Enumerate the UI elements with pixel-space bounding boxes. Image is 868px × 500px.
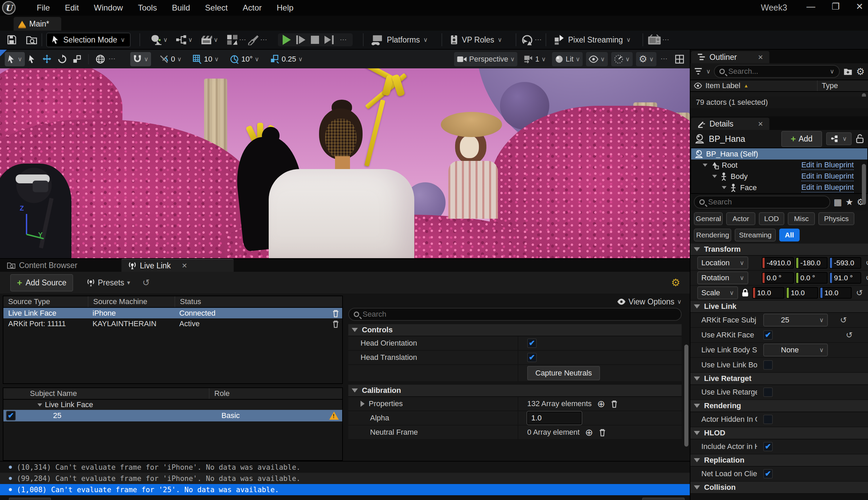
use-live-retarget-checkbox[interactable]: [763, 387, 773, 397]
viewport-dots[interactable]: ⋮: [663, 55, 666, 62]
paint-mode-button[interactable]: [247, 34, 260, 45]
clear-array-icon[interactable]: [598, 428, 606, 436]
source-row-live-link-face[interactable]: Live Link Face iPhone Connected: [3, 308, 342, 318]
quad-view-button[interactable]: [672, 52, 687, 66]
frame-skip-button[interactable]: [296, 35, 306, 44]
filter-icon[interactable]: [694, 68, 703, 75]
subject-group-row[interactable]: Live Link Face: [3, 400, 342, 410]
details-search-input[interactable]: [708, 197, 825, 206]
replication-section-header[interactable]: Replication: [690, 454, 868, 467]
edit-in-blueprint-link[interactable]: Edit in Blueprint: [801, 183, 854, 193]
capture-neutrals-button[interactable]: Capture Neutrals: [527, 366, 600, 380]
body-subj-dropdown[interactable]: None∨: [763, 343, 828, 356]
edit-in-blueprint-link[interactable]: Edit in Blueprint: [801, 161, 854, 170]
add-source-button[interactable]: + Add Source: [10, 274, 73, 292]
close-button[interactable]: ✕: [856, 1, 863, 12]
source-row-arkit-port[interactable]: ARKit Port: 11111 KAYLAINTHERAIN Active: [3, 318, 342, 329]
col-source-machine[interactable]: Source Machine: [88, 296, 174, 307]
chip-streaming[interactable]: Streaming: [735, 229, 776, 241]
col-type[interactable]: Type: [817, 80, 868, 91]
lit-mode-dropdown[interactable]: Lit ∨: [552, 52, 583, 66]
details-search[interactable]: [694, 196, 830, 208]
outliner-scrollbar[interactable]: [862, 93, 866, 96]
close-tab-icon[interactable]: ✕: [758, 120, 763, 128]
log-line[interactable]: (99,284) Can't evaluate frame for 'iPhon…: [0, 473, 690, 484]
save-button[interactable]: [6, 34, 17, 45]
show-flags-dropdown[interactable]: ∨: [586, 52, 607, 66]
add-actor-button[interactable]: ∨: [150, 34, 168, 46]
livelink-section-header[interactable]: Live Link: [690, 301, 868, 313]
chip-rendering[interactable]: Rendering: [694, 229, 731, 241]
col-source-type[interactable]: Source Type: [3, 296, 88, 307]
close-tab-icon[interactable]: ✕: [758, 54, 763, 61]
close-tab-icon[interactable]: ✕: [182, 262, 187, 270]
show-dropdown[interactable]: SHOW ∨: [9, 498, 51, 500]
blueprint-node-dropdown[interactable]: ∨: [826, 132, 852, 145]
collision-section-header[interactable]: Collision: [690, 482, 868, 494]
hlod-section-header[interactable]: HLOD: [690, 427, 868, 440]
head-orientation-checkbox[interactable]: ✔: [527, 339, 537, 348]
menu-select[interactable]: Select: [199, 1, 234, 15]
tree-row-self[interactable]: BP_Hana (Self): [691, 148, 867, 160]
new-folder-icon[interactable]: [843, 67, 853, 76]
selection-mode-dropdown[interactable]: Selection Mode ∨: [46, 33, 130, 47]
blueprints-button[interactable]: ∨: [175, 34, 193, 45]
tab-main-level[interactable]: Main*: [14, 17, 61, 31]
chip-general[interactable]: General: [694, 212, 723, 225]
scale-tool-button[interactable]: [70, 52, 84, 66]
chip-lod[interactable]: LOD: [759, 212, 784, 225]
chip-physics[interactable]: Physics: [818, 212, 854, 225]
reset-scale-icon[interactable]: ↺: [856, 288, 863, 298]
menu-actor[interactable]: Actor: [237, 1, 268, 15]
viewport-scene[interactable]: Z Y: [0, 68, 690, 258]
rotation-x-field[interactable]: 0.0 °: [762, 272, 794, 284]
scale-snap-toggle[interactable]: 0.25 ∨: [267, 52, 306, 66]
chip-misc[interactable]: Misc: [788, 212, 815, 225]
more-options-dots[interactable]: ⋮: [241, 36, 244, 44]
platforms-dropdown[interactable]: Platforms ∨: [368, 32, 431, 47]
scale-dropdown[interactable]: Scale∨: [697, 286, 738, 299]
angle-snap-toggle[interactable]: 0 ∨: [157, 52, 184, 66]
revision-dots[interactable]: ⋮: [537, 36, 540, 44]
media-capture-button[interactable]: [647, 34, 662, 46]
transform-mode-dropdown[interactable]: ∨: [5, 52, 25, 66]
rotation-dropdown[interactable]: Rotation∨: [697, 271, 748, 284]
rendering-section-header[interactable]: Rendering: [690, 400, 868, 412]
tab-details[interactable]: Details ✕: [691, 118, 769, 130]
more-options-dots2[interactable]: ⋮: [262, 36, 266, 44]
editor-modes-button[interactable]: [226, 34, 238, 46]
minimize-button[interactable]: —: [807, 1, 815, 12]
play-options-dots[interactable]: ⋮: [342, 36, 345, 44]
head-translation-checkbox[interactable]: ✔: [527, 353, 537, 362]
chip-all[interactable]: All: [779, 229, 800, 241]
viewport-settings-dropdown[interactable]: ⚙ ∨: [636, 52, 656, 66]
surface-snap-dropdown[interactable]: ∨: [130, 52, 151, 66]
select-tool-button[interactable]: [25, 52, 39, 66]
tree-row-body[interactable]: Body Edit in Blueprint: [691, 171, 867, 182]
menu-build[interactable]: Build: [165, 1, 196, 15]
live-retarget-section-header[interactable]: Live Retarget: [690, 373, 868, 385]
rotation-z-field[interactable]: 91.0 °: [829, 272, 861, 284]
include-hlod-checkbox[interactable]: ✔: [763, 442, 773, 451]
unlock-icon[interactable]: [856, 134, 864, 144]
performance-dropdown[interactable]: ∨: [611, 52, 633, 66]
trash-icon[interactable]: [332, 320, 340, 328]
scale-x-field[interactable]: 10.0: [752, 287, 784, 299]
outliner-clipped-row[interactable]: [690, 92, 868, 96]
actor-hidden-checkbox[interactable]: [763, 414, 773, 424]
calibration-section-header[interactable]: Calibration: [348, 385, 682, 397]
screen-percentage-dropdown[interactable]: 1 ∨: [521, 52, 548, 66]
chip-actor[interactable]: Actor: [726, 212, 755, 225]
tab-live-link[interactable]: Live Link ✕: [122, 259, 234, 272]
perspective-dropdown[interactable]: Perspective ∨: [454, 52, 517, 66]
details-scrollbar[interactable]: [684, 344, 688, 446]
col-role[interactable]: Role: [209, 388, 342, 399]
clear-array-icon[interactable]: [610, 400, 618, 408]
viewport-tool-dots[interactable]: ⋮: [111, 55, 114, 62]
add-component-button[interactable]: + Add: [781, 131, 822, 147]
search-input[interactable]: [363, 310, 676, 319]
add-element-icon[interactable]: ⊕: [585, 427, 593, 438]
trash-icon[interactable]: [332, 309, 340, 317]
visibility-column-icon[interactable]: [694, 83, 702, 89]
menu-help[interactable]: Help: [271, 1, 300, 15]
